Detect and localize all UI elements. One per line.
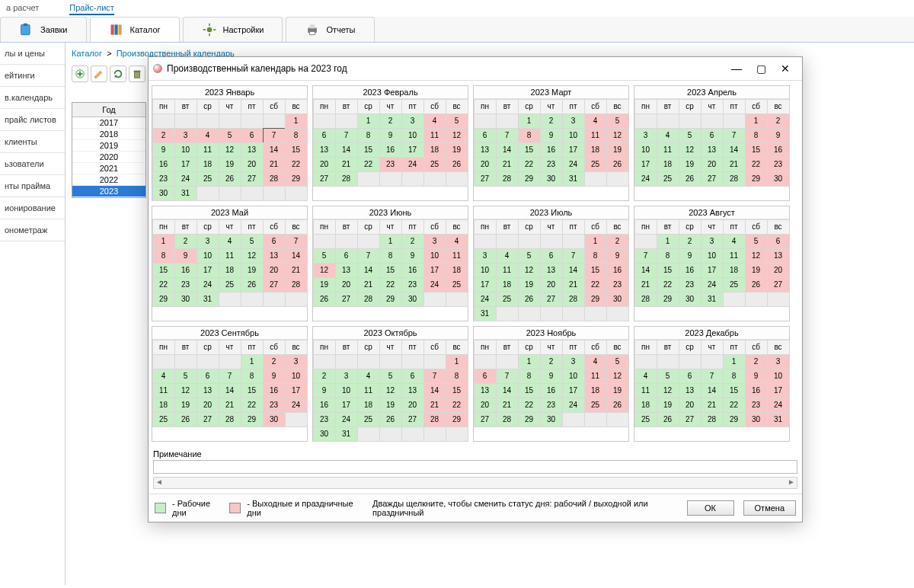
calendar-day[interactable]: 11 [446, 248, 468, 264]
calendar-day[interactable]: 11 [634, 383, 657, 398]
calendar-day[interactable]: 26 [379, 412, 402, 427]
calendar-day[interactable]: 14 [562, 263, 585, 278]
calendar-day[interactable]: 8 [379, 248, 402, 264]
calendar-day[interactable]: 20 [474, 398, 497, 413]
note-input[interactable] [153, 460, 797, 474]
calendar-day[interactable]: 27 [401, 412, 424, 427]
calendar-day[interactable]: 25 [496, 292, 519, 307]
calendar-day[interactable]: 8 [357, 128, 380, 143]
calendar-day[interactable]: 4 [657, 128, 679, 143]
calendar-day[interactable]: 20 [313, 157, 336, 172]
calendar-day[interactable]: 18 [446, 263, 468, 278]
calendar-day[interactable]: 17 [474, 277, 497, 292]
calendar-day[interactable]: 14 [219, 383, 241, 398]
calendar-day[interactable]: 18 [496, 277, 519, 292]
calendar-day[interactable]: 21 [335, 157, 358, 172]
calendar-day[interactable]: 31 [197, 292, 219, 307]
calendar-day[interactable]: 29 [723, 412, 746, 427]
delete-button[interactable] [129, 66, 145, 82]
calendar-day[interactable]: 3 [562, 354, 585, 369]
calendar-day[interactable]: 23 [313, 412, 336, 427]
calendar-day[interactable]: 8 [657, 248, 679, 264]
calendar-day[interactable]: 12 [241, 248, 264, 264]
calendar-day[interactable]: 14 [496, 383, 519, 398]
horizontal-scrollbar[interactable] [153, 477, 797, 489]
calendar-day[interactable]: 2 [745, 354, 768, 369]
calendar-day[interactable]: 11 [152, 383, 175, 398]
calendar-day[interactable]: 6 [474, 128, 497, 143]
sidebar-item[interactable]: прайс листов [0, 109, 65, 131]
calendar-day[interactable]: 2 [313, 369, 336, 384]
calendar-day[interactable]: 11 [423, 128, 446, 143]
calendar-day[interactable]: 28 [423, 412, 446, 427]
calendar-day[interactable]: 6 [401, 369, 424, 384]
calendar-day[interactable]: 16 [745, 383, 768, 398]
calendar-day[interactable]: 23 [679, 277, 701, 292]
calendar-day[interactable]: 14 [263, 142, 286, 158]
calendar-day[interactable]: 3 [285, 354, 308, 369]
calendar-day[interactable]: 28 [496, 171, 519, 187]
calendar-day[interactable]: 1 [657, 234, 679, 249]
calendar-day[interactable]: 6 [540, 248, 563, 264]
calendar-day[interactable]: 11 [723, 248, 746, 264]
breadcrumb-root[interactable]: Каталог [72, 49, 102, 58]
calendar-day[interactable]: 19 [745, 263, 768, 278]
calendar-day[interactable]: 27 [474, 412, 497, 427]
calendar-day[interactable]: 3 [701, 234, 724, 249]
calendar-day[interactable]: 2 [540, 354, 563, 369]
calendar-day[interactable]: 7 [496, 369, 519, 384]
calendar-day[interactable]: 30 [606, 292, 629, 307]
edit-button[interactable] [91, 66, 107, 82]
calendar-day[interactable]: 28 [634, 292, 657, 307]
calendar-day[interactable]: 13 [701, 142, 724, 158]
calendar-day[interactable]: 24 [474, 292, 497, 307]
calendar-day[interactable]: 5 [241, 234, 264, 249]
calendar-day[interactable]: 10 [701, 248, 724, 264]
pretab-2[interactable]: Прайс-лист [69, 2, 114, 15]
calendar-day[interactable]: 2 [540, 113, 563, 129]
calendar-day[interactable]: 22 [584, 277, 607, 292]
maximize-button[interactable]: ▢ [749, 60, 773, 77]
calendar-day[interactable]: 12 [657, 383, 679, 398]
calendar-day[interactable]: 7 [335, 128, 358, 143]
calendar-day[interactable]: 26 [657, 412, 679, 427]
calendar-day[interactable]: 26 [313, 292, 336, 307]
minimize-button[interactable]: — [724, 60, 749, 77]
calendar-day[interactable]: 10 [423, 248, 446, 264]
calendar-day[interactable]: 26 [679, 171, 701, 187]
calendar-day[interactable]: 6 [335, 248, 358, 264]
calendar-day[interactable]: 23 [540, 157, 563, 172]
calendar-day[interactable]: 11 [584, 369, 607, 384]
calendar-day[interactable]: 3 [474, 248, 497, 264]
calendar-day[interactable]: 10 [197, 248, 219, 264]
calendar-day[interactable]: 7 [723, 128, 746, 143]
calendar-day[interactable]: 28 [496, 412, 519, 427]
calendar-day[interactable]: 12 [606, 128, 629, 143]
calendar-day[interactable]: 25 [357, 412, 380, 427]
calendar-day[interactable]: 13 [474, 383, 497, 398]
calendar-day[interactable]: 28 [357, 292, 380, 307]
calendar-day[interactable]: 21 [634, 277, 657, 292]
calendar-day[interactable]: 14 [496, 142, 519, 158]
calendar-day[interactable]: 4 [423, 113, 446, 129]
ok-button[interactable]: ОК [687, 500, 734, 516]
calendar-day[interactable]: 10 [562, 369, 585, 384]
calendar-day[interactable]: 30 [540, 412, 563, 427]
year-row[interactable]: 2018 [72, 129, 145, 140]
calendar-day[interactable]: 2 [174, 234, 197, 249]
calendar-day[interactable]: 27 [474, 171, 497, 187]
calendar-day[interactable]: 15 [584, 263, 607, 278]
calendar-day[interactable]: 20 [474, 157, 497, 172]
calendar-day[interactable]: 14 [335, 142, 358, 158]
sidebar-item[interactable]: нты прайма [0, 175, 65, 197]
calendar-day[interactable]: 12 [379, 383, 402, 398]
calendar-day[interactable]: 12 [679, 142, 701, 158]
calendar-day[interactable]: 17 [562, 383, 585, 398]
calendar-day[interactable]: 17 [701, 263, 724, 278]
calendar-day[interactable]: 24 [335, 412, 358, 427]
calendar-day[interactable]: 26 [606, 157, 629, 172]
calendar-day[interactable]: 30 [767, 171, 790, 187]
calendar-day[interactable]: 22 [745, 157, 768, 172]
calendar-day[interactable]: 17 [634, 157, 657, 172]
calendar-day[interactable]: 11 [219, 248, 241, 264]
